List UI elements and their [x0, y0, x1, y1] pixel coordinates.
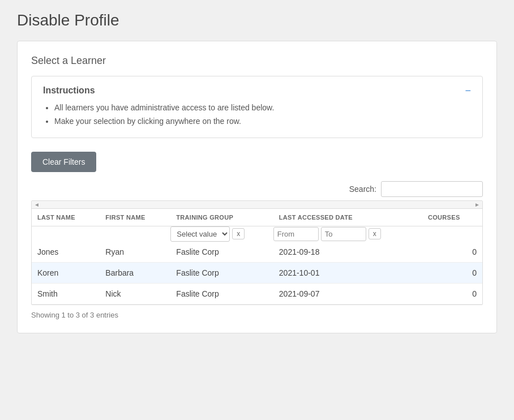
col-header-last-name: LAST NAME: [32, 209, 100, 226]
cell-courses: 0: [422, 283, 482, 304]
table-body: JonesRyanFaslite Corp2021-09-180 KorenBa…: [32, 242, 482, 305]
cell-courses: 0: [422, 242, 482, 263]
cell-training-group: Faslite Corp: [170, 262, 273, 283]
filter-last-name: [32, 226, 100, 242]
filter-date-range: x: [273, 226, 422, 242]
training-group-clear-button[interactable]: x: [232, 228, 245, 239]
scroll-right-icon: ►: [474, 202, 480, 208]
page-wrapper: Disable Profile Select a Learner Instruc…: [0, 0, 514, 345]
col-header-courses: COURSES: [422, 209, 482, 226]
col-header-last-accessed-date: LAST ACCESSED DATE: [273, 209, 422, 226]
date-from-input[interactable]: [273, 227, 319, 241]
cell-training-group: Faslite Corp: [170, 242, 273, 263]
instructions-title: Instructions: [43, 85, 95, 96]
date-to-input[interactable]: [321, 227, 366, 241]
filter-courses-empty: [422, 226, 482, 242]
cell-last-accessed-date: 2021-10-01: [273, 262, 422, 283]
table-row[interactable]: KorenBarbaraFaslite Corp2021-10-010: [32, 262, 482, 283]
table-row[interactable]: SmithNickFaslite Corp2021-09-070: [32, 283, 482, 304]
instruction-item-2: Make your selection by clicking anywhere…: [54, 115, 471, 128]
table-scroll-wrapper: ◄ ► LAST NAME FIRST NAME TRAINING GROUP: [31, 200, 483, 305]
collapse-button[interactable]: −: [465, 85, 471, 96]
page-title: Disable Profile: [17, 11, 497, 29]
filter-first-name: [100, 226, 170, 242]
col-header-training-group: TRAINING GROUP: [170, 209, 273, 226]
scroll-left-icon: ◄: [34, 202, 40, 208]
cell-last-name: Koren: [32, 262, 100, 283]
data-table: LAST NAME FIRST NAME TRAINING GROUP LAST…: [32, 209, 482, 305]
cell-training-group: Faslite Corp: [170, 283, 273, 304]
scroll-indicator: ◄ ►: [32, 201, 482, 209]
instructions-list: All learners you have administrative acc…: [43, 101, 471, 128]
search-label: Search:: [349, 185, 376, 194]
instruction-item-1: All learners you have administrative acc…: [54, 101, 471, 115]
date-clear-button[interactable]: x: [369, 228, 381, 239]
section-title: Select a Learner: [31, 55, 483, 67]
showing-text: Showing 1 to 3 of 3 entries: [31, 311, 483, 319]
cell-first-name: Ryan: [100, 242, 170, 263]
cell-last-accessed-date: 2021-09-07: [273, 283, 422, 304]
filter-training-group: Select value x: [170, 226, 273, 242]
search-row: Search:: [31, 181, 483, 197]
cell-last-accessed-date: 2021-09-18: [273, 242, 422, 263]
table-row[interactable]: JonesRyanFaslite Corp2021-09-180: [32, 242, 482, 263]
cell-last-name: Jones: [32, 242, 100, 263]
cell-first-name: Barbara: [100, 262, 170, 283]
cell-last-name: Smith: [32, 283, 100, 304]
instructions-header: Instructions −: [43, 85, 471, 96]
instructions-box: Instructions − All learners you have adm…: [31, 76, 483, 138]
training-group-select[interactable]: Select value: [170, 226, 230, 242]
search-input[interactable]: [381, 181, 483, 197]
cell-first-name: Nick: [100, 283, 170, 304]
cell-courses: 0: [422, 262, 482, 283]
clear-filters-button[interactable]: Clear Filters: [31, 152, 96, 172]
main-card: Select a Learner Instructions − All lear…: [17, 41, 497, 333]
col-header-first-name: FIRST NAME: [100, 209, 170, 226]
